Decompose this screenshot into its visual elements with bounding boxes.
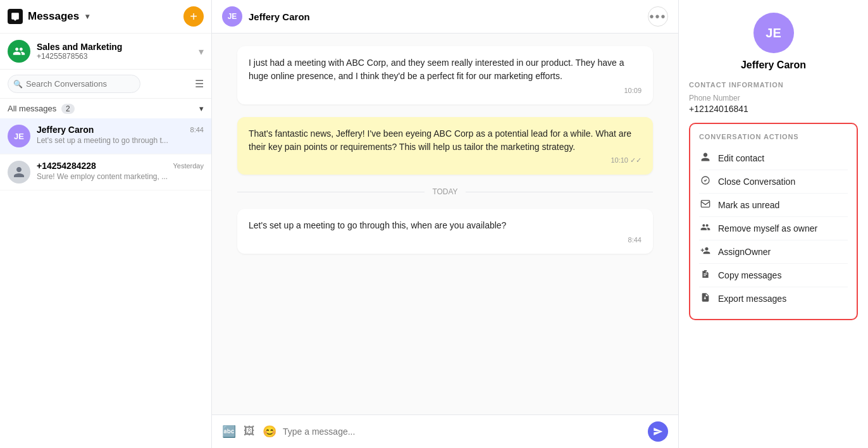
inbox-name: Sales and Marketing — [37, 42, 192, 52]
chat-messages: I just had a meeting with ABC Corp, and … — [212, 34, 678, 414]
conversation-list: JE Jeffery Caron 8:44 Let's set up a mee… — [0, 118, 211, 448]
date-divider-label: TODAY — [432, 187, 457, 196]
conv-time-unknown: Yesterday — [173, 162, 204, 170]
avatar-unknown — [8, 161, 30, 184]
sidebar: Messages ▾ + Sales and Marketing +142558… — [0, 0, 212, 448]
messages-icon — [8, 9, 23, 24]
all-messages-row: All messages 2 ▾ — [0, 99, 211, 118]
search-wrap: 🔍 — [8, 75, 190, 93]
main-chat: JE Jeffery Caron ••• I just had a meetin… — [212, 0, 678, 448]
actions-label: CONVERSATION ACTIONS — [699, 133, 848, 140]
message-outgoing-1: That's fantastic news, Jeffery! I've bee… — [237, 117, 653, 175]
all-messages-label: All messages 2 — [8, 104, 75, 113]
image-icon[interactable]: 🖼 — [244, 425, 255, 439]
copy-messages-icon — [699, 269, 712, 282]
add-conversation-button[interactable]: + — [183, 6, 204, 27]
more-options-button[interactable]: ••• — [648, 6, 668, 27]
inbox-chevron-icon: ▾ — [199, 46, 204, 58]
chat-header-name: Jeffery Caron — [249, 11, 310, 22]
chat-input-bar: 🔤 🖼 😊 — [212, 414, 678, 448]
mark-unread-label: Mark as unread — [718, 200, 779, 210]
search-bar: 🔍 ☰ — [0, 70, 211, 99]
action-close-conversation[interactable]: Close Conversation — [699, 170, 848, 194]
inbox-number: +14255878563 — [37, 52, 192, 61]
contact-info-label: CONTACT INFORMATION — [689, 81, 858, 89]
contact-avatar: JE — [753, 13, 794, 53]
svg-rect-1 — [701, 201, 709, 208]
conversation-item-jeffery[interactable]: JE Jeffery Caron 8:44 Let's set up a mee… — [0, 118, 211, 154]
filter-icon[interactable]: ☰ — [195, 78, 204, 90]
close-conversation-icon — [699, 175, 712, 188]
all-messages-count: 2 — [61, 104, 75, 114]
export-messages-icon — [699, 292, 712, 305]
translate-icon[interactable]: 🔤 — [222, 425, 236, 439]
conversation-actions-box: CONVERSATION ACTIONS Edit contact Close … — [689, 123, 858, 320]
right-panel: JE Jeffery Caron CONTACT INFORMATION Pho… — [678, 0, 868, 448]
assign-owner-label: AssignOwner — [718, 247, 771, 257]
action-edit-contact[interactable]: Edit contact — [699, 147, 848, 170]
message-incoming-2: Let's set up a meeting to go through thi… — [237, 209, 653, 254]
action-copy-messages[interactable]: Copy messages — [699, 264, 848, 287]
chat-header-avatar: JE — [222, 6, 242, 27]
phone-label: Phone Number — [689, 94, 858, 103]
assign-owner-icon — [699, 246, 712, 258]
contact-name: Jeffery Caron — [689, 59, 858, 71]
conversation-item-unknown[interactable]: +14254284228 Yesterday Sure! We employ c… — [0, 154, 211, 190]
close-conversation-label: Close Conversation — [718, 177, 795, 187]
sidebar-title: Messages ▾ — [8, 9, 89, 24]
chat-header: JE Jeffery Caron ••• — [212, 0, 678, 34]
remove-owner-label: Remove myself as owner — [718, 223, 817, 233]
action-export-messages[interactable]: Export messages — [699, 287, 848, 310]
conv-time-jeffery: 8:44 — [190, 126, 204, 134]
chevron-down-icon: ▾ — [85, 12, 89, 21]
conv-preview-unknown: Sure! We employ content marketing, ... — [37, 172, 204, 181]
search-icon: 🔍 — [13, 80, 23, 89]
edit-contact-icon — [699, 152, 712, 165]
emoji-icon[interactable]: 😊 — [263, 425, 276, 439]
message-time-2: 8:44 — [249, 236, 642, 244]
export-messages-label: Export messages — [718, 294, 786, 304]
message-text-outgoing-1: That's fantastic news, Jeffery! I've bee… — [249, 127, 642, 154]
avatar-jeffery: JE — [8, 125, 30, 147]
date-divider: TODAY — [237, 187, 653, 196]
action-mark-unread[interactable]: Mark as unread — [699, 194, 848, 217]
inbox-item[interactable]: Sales and Marketing +14255878563 ▾ — [0, 34, 211, 70]
message-text-1: I just had a meeting with ABC Corp, and … — [249, 56, 642, 83]
search-input[interactable] — [8, 75, 140, 93]
mark-unread-icon — [699, 199, 712, 211]
copy-messages-label: Copy messages — [718, 270, 781, 280]
message-text-2: Let's set up a meeting to go through thi… — [249, 219, 642, 232]
message-time-1: 10:09 — [249, 87, 642, 94]
sidebar-title-text: Messages — [28, 10, 79, 23]
all-messages-chevron-icon: ▾ — [199, 104, 204, 113]
action-assign-owner[interactable]: AssignOwner — [699, 240, 848, 264]
phone-value: +12124016841 — [689, 104, 858, 114]
input-icons: 🔤 🖼 😊 — [222, 425, 276, 439]
inbox-icon — [8, 40, 30, 63]
edit-contact-label: Edit contact — [718, 153, 764, 163]
conv-info-unknown: +14254284228 Yesterday Sure! We employ c… — [37, 161, 204, 181]
message-time-outgoing-1: 10:10 ✓✓ — [249, 156, 642, 165]
conv-info-jeffery: Jeffery Caron 8:44 Let's set up a meetin… — [37, 125, 204, 145]
inbox-info: Sales and Marketing +14255878563 — [37, 42, 192, 61]
sidebar-header: Messages ▾ + — [0, 0, 211, 34]
remove-owner-icon — [699, 222, 712, 235]
conv-name-jeffery: Jeffery Caron — [37, 125, 94, 135]
action-remove-owner[interactable]: Remove myself as owner — [699, 217, 848, 240]
send-button[interactable] — [648, 421, 668, 442]
message-incoming-1: I just had a meeting with ABC Corp, and … — [237, 46, 653, 104]
conv-preview-jeffery: Let's set up a meeting to go through t..… — [37, 136, 204, 145]
conv-name-unknown: +14254284228 — [37, 161, 96, 171]
message-input[interactable] — [283, 426, 642, 437]
